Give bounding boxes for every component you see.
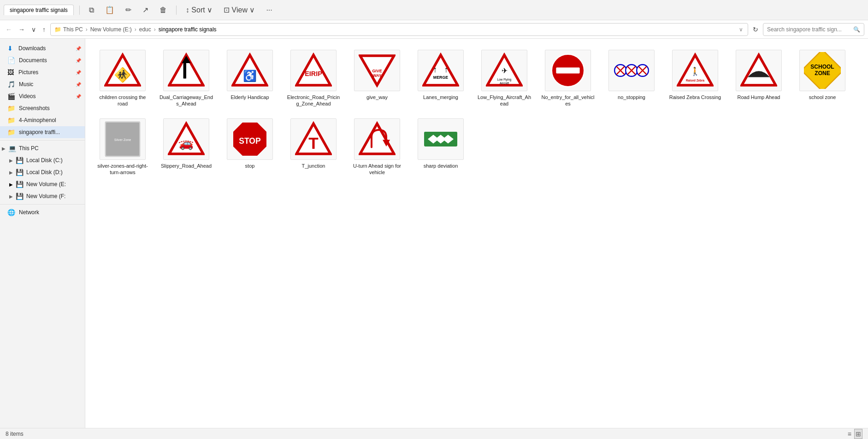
sidebar-label-new-vol-e: New Volume (E: — [26, 181, 66, 187]
file-item-t-junction[interactable]: T T_junction — [283, 115, 343, 180]
file-item-low-flying[interactable]: ✈ Low Flying Aircraft Low_Flying_Aircraf… — [474, 46, 534, 111]
search-input[interactable] — [767, 26, 851, 33]
pin-icon-3: 📌 — [76, 70, 81, 75]
address-bar: ← → ∨ ↑ 📁 This PC › New Volume (E:) › ed… — [0, 20, 868, 39]
file-thumb-school-zone: SCHOOL ZONE — [799, 50, 845, 91]
share-button[interactable]: ↗ — [139, 4, 152, 16]
copy-button[interactable]: ⧉ — [85, 4, 98, 16]
file-item-school-zone[interactable]: SCHOOL ZONE school zone — [792, 46, 852, 111]
title-bar: singapore traffic signals ⧉ 📋 ✏ ↗ 🗑 ↕ So… — [0, 0, 868, 20]
up-button[interactable]: ↑ — [41, 24, 47, 35]
back-button[interactable]: ← — [4, 24, 14, 35]
file-name-children-crossing: children crossing the road — [95, 94, 150, 107]
file-item-raised-zebra[interactable]: 🚶 Raised Zebra Raised Zebra Crossing — [665, 46, 725, 111]
disk-d-icon: 💾 — [16, 169, 24, 176]
file-item-no-stopping[interactable]: no_stopping — [602, 46, 661, 111]
documents-icon: 📄 — [7, 57, 15, 64]
file-name-sharp-deviation: sharp deviation — [424, 163, 458, 169]
folder-icon: 📁 — [54, 26, 61, 33]
svg-text:WAY: WAY — [372, 73, 381, 78]
delete-button[interactable]: 🗑 — [156, 4, 171, 16]
disk-c-icon: 💾 — [16, 157, 24, 164]
sidebar-item-pictures[interactable]: 🖼 Pictures 📌 — [0, 66, 85, 78]
file-thumb-sharp-deviation — [418, 118, 464, 160]
folder-icon-2: 📁 — [7, 117, 15, 124]
expand-arrow-e: ▶ — [9, 182, 13, 187]
network-icon: 🌐 — [7, 209, 15, 216]
file-item-no-entry[interactable]: No_entry_for_all_vehicles — [538, 46, 598, 111]
file-name-raised-zebra: Raised Zebra Crossing — [669, 94, 721, 100]
rename-button[interactable]: ✏ — [122, 4, 135, 16]
tab-singapore[interactable]: singapore traffic signals — [4, 5, 74, 15]
file-item-give-way[interactable]: GIVE WAY give_way — [347, 46, 407, 111]
more-button[interactable]: ··· — [262, 4, 276, 16]
file-item-children-crossing[interactable]: 🚸 children crossing the road — [93, 46, 153, 111]
file-item-dual-carriageway[interactable]: Dual_Carriageway_Ends_Ahead — [156, 46, 216, 111]
view-button[interactable]: ⊡ View ∨ — [220, 4, 259, 16]
svg-text:ZONE: ZONE — [815, 70, 830, 76]
sidebar-item-downloads[interactable]: ⬇ Downloads 📌 — [0, 42, 85, 54]
disk-f-icon: 💾 — [16, 193, 24, 200]
sidebar-group-this-pc[interactable]: ▶ 💻 This PC — [0, 142, 85, 154]
path-this-pc[interactable]: This PC — [63, 26, 83, 33]
sidebar-item-screenshots[interactable]: 📁 Screenshots — [0, 102, 85, 114]
path-current[interactable]: singapore traffic signals — [159, 26, 217, 33]
file-item-road-hump[interactable]: Road Hump Ahead — [729, 46, 789, 111]
sidebar-item-network[interactable]: 🌐 Network — [0, 206, 85, 218]
file-name-stop: stop — [245, 163, 255, 169]
sidebar-label-music: Music — [19, 81, 33, 88]
forward-button[interactable]: → — [17, 24, 27, 35]
file-item-erp[interactable]: EIRIP Electronic_Road_Pricing_Zone_Ahead — [283, 46, 343, 111]
paste-button[interactable]: 📋 — [101, 4, 118, 16]
sidebar-group-new-vol-f[interactable]: ▶ 💾 New Volume (F: — [0, 190, 85, 202]
expand-arrow-f: ▶ — [9, 194, 13, 199]
file-item-elderly-handicap[interactable]: ♿ Elderly Handicap — [220, 46, 280, 111]
file-item-lanes-merging[interactable]: MERGE ↑ ↑ Lanes_merging — [411, 46, 471, 111]
sidebar-group-local-c[interactable]: ▶ 💾 Local Disk (C:) — [0, 154, 85, 166]
list-view-button[interactable]: ≡ — [847, 429, 852, 439]
sidebar-item-music[interactable]: 🎵 Music 📌 — [0, 78, 85, 90]
file-grid: 🚸 children crossing the road Dual_Carria… — [93, 46, 861, 179]
sidebar-item-documents[interactable]: 📄 Documents 📌 — [0, 54, 85, 66]
svg-text:🚸: 🚸 — [114, 66, 131, 83]
folder-icon-1: 📁 — [7, 105, 15, 112]
sidebar-item-singapore[interactable]: 📁 singapore traffi... — [0, 126, 85, 138]
path-new-volume[interactable]: New Volume (E:) — [90, 26, 132, 33]
sidebar-group-local-d[interactable]: ▶ 💾 Local Disk (D:) — [0, 166, 85, 178]
file-thumb-lanes-merging: MERGE ↑ ↑ — [418, 50, 464, 91]
sort-button[interactable]: ↕ Sort ∨ — [182, 4, 216, 16]
divider-2 — [0, 204, 85, 205]
address-path[interactable]: 📁 This PC › New Volume (E:) › educ › sin… — [50, 23, 748, 36]
svg-marker-47 — [360, 123, 394, 154]
file-name-dual-carriageway: Dual_Carriageway_Ends_Ahead — [159, 94, 214, 107]
svg-marker-12 — [424, 55, 458, 85]
file-item-slippery[interactable]: 🚗 Slippery_Road_Ahead — [156, 115, 216, 180]
file-thumb-give-way: GIVE WAY — [354, 50, 400, 91]
status-bar: 8 items ≡ ⊞ — [0, 428, 868, 439]
svg-text:Raised Zebra: Raised Zebra — [686, 79, 705, 82]
sidebar-item-videos[interactable]: 🎬 Videos 📌 — [0, 90, 85, 102]
file-name-lanes-merging: Lanes_merging — [423, 94, 458, 100]
file-thumb-slippery: 🚗 — [163, 118, 209, 160]
file-item-stop[interactable]: STOP stop — [220, 115, 280, 180]
sidebar-label-this-pc: This PC — [19, 145, 39, 152]
file-item-u-turn[interactable]: U-turn Ahead sign for vehicle — [347, 115, 407, 180]
file-thumb-stop: STOP — [227, 118, 273, 160]
pin-icon: 📌 — [76, 46, 81, 51]
divider-1 — [0, 140, 85, 140]
file-name-low-flying: Low_Flying_Aircraft_Ahead — [477, 94, 532, 107]
file-name-erp: Electronic_Road_Pricing_Zone_Ahead — [286, 94, 341, 107]
refresh-button[interactable]: ↻ — [751, 24, 760, 35]
sidebar-item-4aminophenol[interactable]: 📁 4-Aminophenol — [0, 114, 85, 126]
file-name-give-way: give_way — [366, 94, 388, 100]
file-item-silver-zone[interactable]: Silver Zone silver-zones-and-right-turn-… — [93, 115, 153, 180]
file-name-no-stopping: no_stopping — [618, 94, 645, 100]
svg-marker-34 — [742, 55, 776, 85]
path-educ[interactable]: educ — [139, 26, 151, 33]
file-name-elderly-handicap: Elderly Handicap — [230, 94, 269, 100]
search-box[interactable]: 🔍 — [763, 23, 864, 36]
recent-button[interactable]: ∨ — [30, 24, 38, 35]
file-item-sharp-deviation[interactable]: sharp deviation — [411, 115, 471, 180]
grid-view-button[interactable]: ⊞ — [854, 429, 862, 439]
sidebar-group-new-vol-e[interactable]: ▶ 💾 New Volume (E: — [0, 178, 85, 190]
